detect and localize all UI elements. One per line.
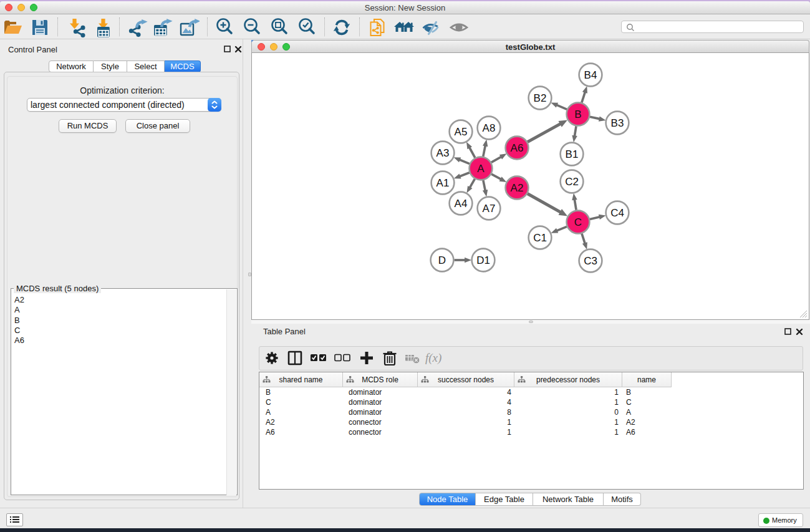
svg-text:B: B	[574, 109, 581, 120]
svg-text:f(x): f(x)	[425, 351, 441, 365]
svg-text:D1: D1	[476, 254, 490, 266]
svg-text:C4: C4	[610, 207, 624, 219]
svg-text:C2: C2	[565, 176, 579, 188]
svg-text:C: C	[574, 216, 582, 228]
svg-text:A6: A6	[511, 142, 524, 154]
svg-text:A: A	[477, 163, 485, 175]
svg-text:C3: C3	[584, 255, 597, 267]
svg-text:A7: A7	[483, 203, 496, 215]
svg-text:A2: A2	[511, 182, 524, 194]
svg-text:A8: A8	[483, 122, 496, 134]
svg-text:C1: C1	[533, 232, 547, 244]
svg-text:B2: B2	[534, 92, 547, 104]
svg-text:B3: B3	[611, 117, 624, 129]
svg-text:D: D	[438, 254, 446, 266]
svg-text:A3: A3	[436, 147, 450, 159]
svg-text:A4: A4	[455, 198, 468, 210]
svg-text:B1: B1	[566, 148, 579, 160]
svg-text:B4: B4	[584, 69, 597, 81]
svg-text:A1: A1	[436, 177, 450, 189]
svg-text:A5: A5	[455, 126, 468, 138]
